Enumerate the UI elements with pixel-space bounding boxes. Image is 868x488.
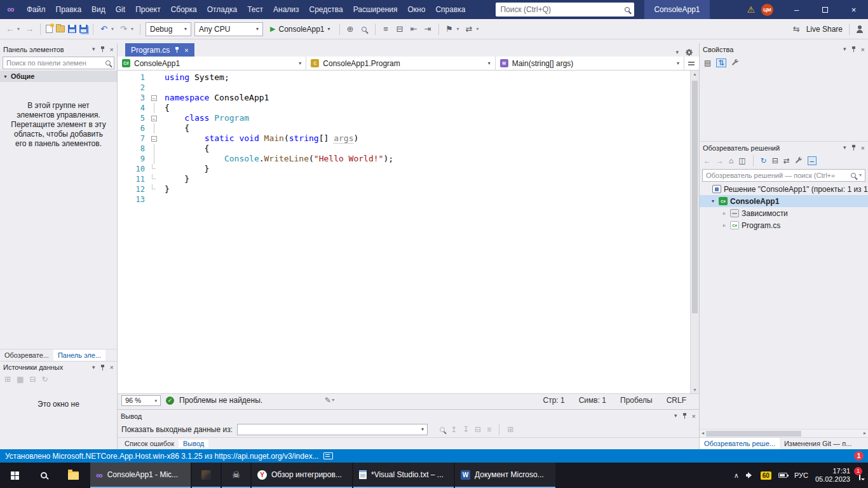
taskbar-app[interactable]: ☠	[222, 463, 250, 488]
split-window-button[interactable]	[684, 57, 699, 70]
pin-icon[interactable]	[851, 144, 857, 151]
menu-item[interactable]: Git	[111, 0, 130, 19]
menu-item[interactable]: Расширения	[348, 0, 403, 19]
collapse-icon[interactable]: –	[151, 95, 157, 101]
code-text-area[interactable]: using System;namespace ConsoleApp1{ clas…	[158, 71, 690, 393]
panel-menu-icon[interactable]: ▾	[92, 46, 95, 52]
navigate-back-dropdown-icon[interactable]: ▾	[16, 27, 21, 32]
alphabetical-sort-toggle[interactable]: ⇅	[716, 58, 726, 67]
home-icon[interactable]: ⌂	[729, 157, 733, 165]
taskbar-app[interactable]: *Visual Studio.txt – ...	[353, 463, 454, 488]
taskbar-app[interactable]: ∞ConsoleApp1 - Mic...	[90, 463, 191, 488]
show-hidden-icons-chevron[interactable]: ∧	[734, 472, 739, 479]
navigate-forward-icon[interactable]: →	[716, 157, 724, 165]
fold-marker[interactable]	[149, 123, 158, 133]
right-dock-tab[interactable]: Изменения Git — п...	[780, 438, 856, 449]
user-avatar[interactable]: ЦМ	[761, 4, 773, 16]
navigate-forward-icon[interactable]: →	[24, 25, 35, 33]
menu-item[interactable]: Справка	[430, 0, 470, 19]
edit-data-source-icon[interactable]: ▦	[17, 376, 24, 383]
next-message-icon[interactable]: ↧	[463, 426, 469, 433]
new-file-icon[interactable]	[46, 25, 53, 33]
word-wrap-icon[interactable]: ≡	[487, 426, 491, 433]
menu-item[interactable]: Отладка	[202, 0, 242, 19]
collapse-icon[interactable]: –	[151, 136, 157, 142]
package-manager-console-icon[interactable]	[323, 452, 333, 459]
tree-item[interactable]: ▹Зависимости	[700, 207, 868, 219]
menu-item[interactable]: Файл	[22, 0, 51, 19]
indent-icon[interactable]: ⇥	[423, 25, 433, 33]
save-icon[interactable]	[68, 25, 76, 33]
bookmark-dropdown-icon[interactable]: ▾	[456, 27, 461, 32]
open-file-icon[interactable]	[56, 25, 65, 32]
fold-marker[interactable]	[149, 174, 158, 184]
fold-marker[interactable]: –	[149, 133, 158, 144]
save-all-icon[interactable]	[79, 25, 88, 33]
left-dock-tab[interactable]: Панель эле...	[53, 349, 105, 361]
find-message-icon[interactable]	[440, 427, 445, 432]
editor-options-gear-icon[interactable]	[685, 48, 693, 57]
pin-icon[interactable]	[682, 412, 688, 419]
pin-icon[interactable]	[851, 46, 857, 53]
active-files-dropdown-icon[interactable]: ▾	[675, 50, 679, 55]
fold-marker[interactable]	[149, 184, 158, 194]
menu-item[interactable]: Сборка	[166, 0, 202, 19]
health-check-icon[interactable]: ✓	[166, 396, 174, 405]
tree-item[interactable]: ▹C#Program.cs	[700, 219, 868, 231]
notification-warning-icon[interactable]: ⚠	[747, 4, 755, 15]
member-dropdown[interactable]: M Main(string[] args) ▾	[496, 57, 684, 70]
add-data-source-icon[interactable]: ⊞	[4, 376, 11, 383]
configure-data-source-icon[interactable]: ⊟	[29, 376, 36, 383]
pin-icon[interactable]	[100, 364, 105, 371]
clear-all-icon[interactable]: ⊟	[475, 426, 481, 433]
tree-item[interactable]: ▾C#ConsoleApp1	[700, 195, 868, 207]
previous-message-icon[interactable]: ↥	[451, 426, 457, 433]
sync-with-active-document-icon[interactable]: ⇄	[783, 157, 790, 165]
maximize-button[interactable]	[811, 0, 839, 19]
comment-lines-icon[interactable]: ≡	[381, 25, 391, 33]
solution-platform-dropdown[interactable]: Any CPU ▾	[194, 22, 263, 36]
menu-item[interactable]: Тест	[242, 0, 268, 19]
bottom-dock-tab[interactable]: Вывод	[179, 440, 208, 447]
menu-item[interactable]: Проект	[130, 0, 166, 19]
solution-explorer-sync-icon[interactable]: ⇄	[464, 25, 475, 33]
menu-item[interactable]: Вид	[86, 0, 111, 19]
scrollbar-thumb[interactable]	[692, 81, 698, 313]
preview-selected-items-toggle[interactable]: –	[808, 156, 817, 165]
panel-menu-icon[interactable]: ▾	[843, 46, 846, 52]
undo-dropdown-icon[interactable]: ▾	[110, 27, 115, 32]
close-panel-icon[interactable]: ×	[861, 144, 865, 152]
quick-search-input[interactable]: Поиск (Ctrl+Q)	[496, 3, 634, 17]
taskbar-search-button[interactable]	[29, 463, 58, 488]
tree-item[interactable]: Решение "ConsoleApp1" (проекты: 1 из 1)	[700, 183, 868, 195]
keyboard-language-indicator[interactable]: РУС	[794, 471, 808, 479]
editor-vertical-scrollbar[interactable]: ▲ ▼	[690, 71, 699, 393]
solution-explorer-search-input[interactable]: Обозреватель решений — поиск (Ctrl+» ▾	[702, 169, 865, 182]
close-panel-icon[interactable]: ×	[110, 363, 114, 371]
chevron-down-icon[interactable]: ▾	[330, 398, 336, 403]
code-editor[interactable]: 12345678910111213 ––– using System;names…	[118, 71, 699, 393]
properties-wrench-icon[interactable]	[795, 157, 803, 165]
line-ending-indicator[interactable]: CRLF	[667, 396, 686, 405]
close-panel-icon[interactable]: ×	[861, 46, 865, 53]
find-in-files-icon[interactable]	[359, 25, 370, 33]
feedback-app-button[interactable]: ConsoleApp1	[644, 0, 709, 19]
search-icon[interactable]	[625, 7, 630, 12]
categorized-view-icon[interactable]: ▤	[704, 59, 711, 67]
uncomment-lines-icon[interactable]: ⊟	[395, 25, 405, 33]
spaces-indicator[interactable]: Пробелы	[620, 396, 653, 405]
pin-icon[interactable]	[100, 46, 105, 53]
menu-item[interactable]: Окно	[402, 0, 430, 19]
collapse-all-icon[interactable]: ⊟	[772, 157, 778, 165]
scrollbar-thumb[interactable]	[706, 431, 801, 437]
live-share-label[interactable]: Live Share	[806, 25, 843, 34]
outdent-icon[interactable]: ⇤	[409, 25, 419, 33]
tab-program-cs[interactable]: Program.cs ×	[125, 43, 194, 57]
fold-marker[interactable]	[149, 164, 158, 174]
redo-icon[interactable]: ↷	[118, 25, 129, 33]
minimize-button[interactable]: –	[782, 0, 811, 19]
scroll-left-icon[interactable]: ◂	[700, 431, 706, 436]
fold-marker[interactable]: –	[149, 113, 158, 123]
taskbar-app[interactable]: WДокумент Microso...	[455, 463, 555, 488]
undo-icon[interactable]: ↶	[98, 25, 109, 33]
